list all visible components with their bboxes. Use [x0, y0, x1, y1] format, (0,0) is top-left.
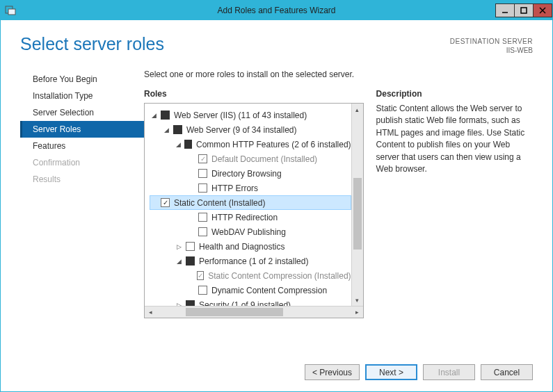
- vertical-scroll-thumb[interactable]: [353, 178, 362, 250]
- checkbox[interactable]: [173, 125, 182, 134]
- destination-info: DESTINATION SERVER IIS-WEB: [450, 37, 533, 55]
- checkbox[interactable]: [161, 111, 170, 120]
- tree-node[interactable]: ◢Performance (1 of 2 installed): [150, 254, 351, 268]
- wizard-footer: < Previous Next > Install Cancel: [144, 354, 533, 391]
- checkbox[interactable]: [184, 140, 192, 149]
- next-button[interactable]: Next >: [365, 364, 417, 380]
- checkbox[interactable]: [198, 227, 207, 236]
- wizard-step-1[interactable]: Installation Type: [20, 88, 144, 104]
- tree-node[interactable]: HTTP Errors: [150, 181, 351, 195]
- checkbox[interactable]: [198, 213, 207, 222]
- destination-server: IIS-WEB: [450, 46, 533, 55]
- checkbox[interactable]: [197, 271, 205, 280]
- description-text: Static Content allows the Web server to …: [376, 103, 533, 175]
- tree-node-label: Default Document (Installed): [211, 154, 317, 164]
- wizard-step-6: Results: [20, 171, 144, 188]
- cancel-button[interactable]: Cancel: [481, 364, 533, 380]
- checkbox[interactable]: [198, 183, 207, 193]
- tree-node[interactable]: ◢Common HTTP Features (2 of 6 installed): [150, 137, 351, 152]
- chevron-down-icon[interactable]: ◢: [175, 140, 182, 148]
- tree-node[interactable]: ▷Security (1 of 9 installed): [150, 297, 351, 306]
- destination-label: DESTINATION SERVER: [450, 37, 533, 46]
- tree-node-label: WebDAV Publishing: [211, 227, 286, 237]
- maximize-button[interactable]: [514, 3, 534, 17]
- chevron-down-icon[interactable]: ◢: [163, 126, 170, 133]
- wizard-step-5: Confirmation: [20, 154, 144, 171]
- scroll-down-icon[interactable]: ▾: [352, 294, 363, 306]
- tree-node[interactable]: Static Content (Installed): [150, 195, 351, 210]
- tree-node[interactable]: Static Content Compression (Installed): [150, 268, 351, 283]
- tree-node[interactable]: ◢Web Server (IIS) (11 of 43 installed): [150, 108, 351, 122]
- roles-tree-body[interactable]: ◢Web Server (IIS) (11 of 43 installed)◢W…: [145, 104, 351, 306]
- tree-node-label: Health and Diagnostics: [199, 242, 284, 252]
- wizard-step-4[interactable]: Features: [20, 138, 144, 154]
- tree-node[interactable]: Default Document (Installed): [150, 152, 351, 166]
- tree-node-label: Performance (1 of 2 installed): [199, 256, 308, 266]
- tree-node-label: Static Content (Installed): [174, 198, 265, 208]
- wizard-step-3[interactable]: Server Roles: [20, 121, 144, 138]
- tree-node[interactable]: ▷Health and Diagnostics: [150, 239, 351, 254]
- tree-node-label: Web Server (IIS) (11 of 43 installed): [174, 111, 307, 120]
- close-button[interactable]: [533, 3, 552, 17]
- description-heading: Description: [376, 89, 533, 99]
- scroll-up-icon[interactable]: ▴: [352, 104, 363, 115]
- tree-node-label: Dynamic Content Compression: [211, 286, 327, 295]
- titlebar: Add Roles and Features Wizard: [1, 1, 552, 20]
- minimize-button[interactable]: [495, 3, 515, 17]
- chevron-right-icon[interactable]: ▷: [175, 243, 183, 250]
- tree-node-label: Security (1 of 9 installed): [199, 300, 291, 307]
- window-title: Add Roles and Features Wizard: [1, 6, 552, 15]
- install-button[interactable]: Install: [423, 364, 475, 380]
- tree-node-label: Common HTTP Features (2 of 6 installed): [196, 140, 351, 149]
- chevron-right-icon[interactable]: ▷: [175, 301, 183, 306]
- horizontal-scroll-thumb[interactable]: [186, 308, 283, 316]
- instruction-text: Select one or more roles to install on t…: [144, 70, 533, 79]
- scroll-left-icon[interactable]: ◂: [145, 307, 157, 318]
- roles-heading: Roles: [144, 89, 364, 99]
- tree-node-label: HTTP Errors: [211, 183, 258, 193]
- svg-rect-3: [521, 8, 527, 13]
- checkbox[interactable]: [198, 154, 207, 163]
- tree-node[interactable]: Directory Browsing: [150, 166, 351, 181]
- previous-button[interactable]: < Previous: [305, 364, 360, 380]
- wizard-steps-sidebar: Before You BeginInstallation TypeServer …: [20, 70, 144, 391]
- checkbox[interactable]: [198, 286, 207, 295]
- checkbox[interactable]: [161, 198, 170, 207]
- roles-tree: ◢Web Server (IIS) (11 of 43 installed)◢W…: [144, 103, 364, 318]
- tree-node-label: Web Server (9 of 34 installed): [186, 125, 297, 135]
- tree-node[interactable]: Dynamic Content Compression: [150, 283, 351, 297]
- tree-node[interactable]: ◢Web Server (9 of 34 installed): [150, 122, 351, 137]
- horizontal-scrollbar[interactable]: ◂ ▸: [145, 306, 363, 318]
- checkbox[interactable]: [186, 242, 195, 251]
- tree-node[interactable]: HTTP Redirection: [150, 210, 351, 224]
- checkbox[interactable]: [186, 256, 195, 266]
- tree-node-label: HTTP Redirection: [211, 213, 278, 222]
- checkbox[interactable]: [198, 169, 207, 178]
- checkbox[interactable]: [186, 300, 195, 306]
- tree-node-label: Static Content Compression (Installed): [208, 271, 351, 281]
- tree-node-label: Directory Browsing: [211, 169, 282, 179]
- scroll-right-icon[interactable]: ▸: [351, 307, 363, 318]
- wizard-step-2[interactable]: Server Selection: [20, 104, 144, 121]
- tree-node[interactable]: WebDAV Publishing: [150, 224, 351, 239]
- chevron-down-icon[interactable]: ◢: [175, 257, 183, 265]
- chevron-down-icon[interactable]: ◢: [150, 111, 158, 119]
- window-controls: [496, 3, 552, 17]
- vertical-scrollbar[interactable]: ▴ ▾: [351, 104, 363, 306]
- wizard-step-0[interactable]: Before You Begin: [20, 71, 144, 88]
- page-title: Select server roles: [20, 34, 164, 54]
